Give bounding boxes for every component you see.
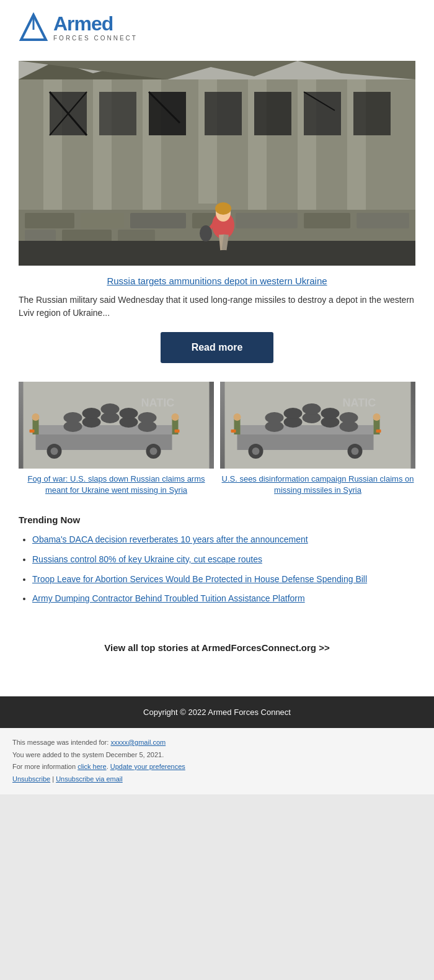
svg-point-85 — [234, 413, 241, 421]
svg-rect-65 — [30, 429, 35, 433]
email-container: Armed FORCES CONNECT — [0, 0, 434, 794]
footer-unsubscribe-email-link[interactable]: Unsubscribe via email — [56, 775, 123, 783]
list-item: Troop Leave for Abortion Services Would … — [32, 573, 415, 586]
svg-point-49 — [150, 447, 157, 455]
hero-article-excerpt: The Russian military said Wednesday that… — [19, 294, 415, 320]
trending-link-1[interactable]: Obama's DACA decision reverberates 10 ye… — [32, 534, 308, 544]
svg-point-63 — [172, 413, 179, 421]
svg-point-55 — [64, 412, 82, 423]
secondary-articles: NATIC Fog of war: U.S. slaps down Russia… — [19, 382, 415, 496]
trending-section: Trending Now Obama's DACA decision rever… — [19, 515, 415, 605]
svg-rect-31 — [356, 213, 409, 228]
svg-rect-27 — [130, 213, 186, 228]
svg-point-82 — [321, 408, 340, 419]
secondary-article-1-link[interactable]: Fog of war: U.S. slaps down Russian clai… — [19, 474, 214, 496]
logo: Armed FORCES CONNECT — [19, 12, 138, 42]
svg-rect-25 — [25, 213, 74, 228]
footer-meta-added: You were added to the system December 5,… — [12, 749, 422, 762]
svg-rect-30 — [304, 213, 350, 228]
footer-update-link[interactable]: Update your preferences — [110, 763, 185, 770]
footer-meta-info: For more information click here. Update … — [12, 761, 422, 773]
secondary-article-2: NATIC U.S. sees disinformation campaign … — [220, 382, 415, 496]
trending-link-2[interactable]: Russians control 80% of key Ukraine city… — [32, 554, 262, 564]
svg-rect-15 — [254, 92, 291, 135]
svg-rect-66 — [175, 429, 180, 433]
logo-subtitle: FORCES CONNECT — [53, 35, 138, 42]
svg-point-73 — [352, 447, 359, 455]
svg-rect-90 — [376, 429, 381, 433]
footer-bar: Copyright © 2022 Armed Forces Connect — [0, 696, 434, 728]
footer-email-link[interactable]: xxxxx@gmail.com — [110, 739, 166, 746]
svg-rect-12 — [99, 92, 136, 135]
trending-link-3[interactable]: Troop Leave for Abortion Services Would … — [32, 574, 367, 584]
svg-rect-14 — [205, 92, 242, 135]
secondary-article-1: NATIC Fog of war: U.S. slaps down Russia… — [19, 382, 214, 496]
view-all-link[interactable]: View all top stories at ArmedForcesConne… — [104, 642, 329, 653]
svg-point-56 — [82, 408, 101, 419]
svg-point-58 — [120, 408, 138, 419]
hero-article-title-link[interactable]: Russia targets ammunitions depot in west… — [19, 276, 415, 286]
footer-click-here-link[interactable]: click here — [78, 763, 106, 770]
svg-point-61 — [32, 413, 40, 421]
hero-building-svg — [19, 61, 415, 266]
trending-list: Obama's DACA decision reverberates 10 ye… — [19, 534, 415, 605]
svg-point-42 — [200, 225, 212, 241]
list-item: Army Dumping Contractor Behind Troubled … — [32, 593, 415, 605]
svg-rect-17 — [353, 92, 391, 135]
logo-triangle-icon — [19, 12, 48, 42]
footer-intended-label: This message was intended for: — [12, 739, 108, 746]
footer-meta: This message was intended for: xxxxx@gma… — [0, 728, 434, 794]
footer-unsubscribe-link[interactable]: Unsubscribe — [12, 775, 50, 783]
email-body: Russia targets ammunitions depot in west… — [0, 48, 434, 696]
svg-rect-16 — [304, 92, 341, 135]
hero-image-container — [19, 61, 415, 266]
svg-point-81 — [303, 403, 321, 415]
military-scene-1-svg: NATIC — [19, 382, 214, 469]
trending-heading: Trending Now — [19, 515, 415, 525]
military-scene-2-svg: NATIC — [220, 382, 415, 469]
svg-rect-29 — [236, 213, 298, 228]
trending-link-4[interactable]: Army Dumping Contractor Behind Troubled … — [32, 593, 305, 603]
copyright-text: Copyright © 2022 Armed Forces Connect — [143, 708, 291, 717]
footer-unsubscribe-row: Unsubscribe | Unsubscribe via email — [12, 773, 422, 786]
list-item: Russians control 80% of key Ukraine city… — [32, 554, 415, 566]
secondary-article-2-image: NATIC — [220, 382, 415, 469]
read-more-button[interactable]: Read more — [161, 332, 274, 363]
svg-point-57 — [101, 403, 120, 415]
logo-text: Armed — [53, 13, 138, 35]
svg-point-47 — [51, 447, 58, 455]
svg-point-59 — [138, 412, 157, 423]
svg-point-80 — [284, 408, 303, 419]
svg-rect-26 — [81, 213, 124, 228]
svg-point-83 — [340, 412, 358, 423]
secondary-article-1-image: NATIC — [19, 382, 214, 469]
svg-text:NATIC: NATIC — [343, 397, 376, 409]
footer-meta-intended: This message was intended for: xxxxx@gma… — [12, 737, 422, 749]
header: Armed FORCES CONNECT — [0, 0, 434, 48]
hero-image — [19, 61, 415, 266]
svg-rect-35 — [19, 241, 415, 266]
svg-point-79 — [265, 412, 284, 423]
svg-point-71 — [252, 447, 260, 455]
footer-info-label: For more information — [12, 763, 76, 770]
list-item: Obama's DACA decision reverberates 10 ye… — [32, 534, 415, 546]
svg-point-87 — [373, 413, 381, 421]
read-more-container: Read more — [19, 332, 415, 363]
view-all-section: View all top stories at ArmedForcesConne… — [19, 624, 415, 678]
svg-text:NATIC: NATIC — [141, 397, 175, 409]
secondary-article-2-link[interactable]: U.S. sees disinformation campaign Russia… — [220, 474, 415, 496]
svg-rect-89 — [231, 429, 236, 433]
svg-point-38 — [215, 202, 231, 215]
